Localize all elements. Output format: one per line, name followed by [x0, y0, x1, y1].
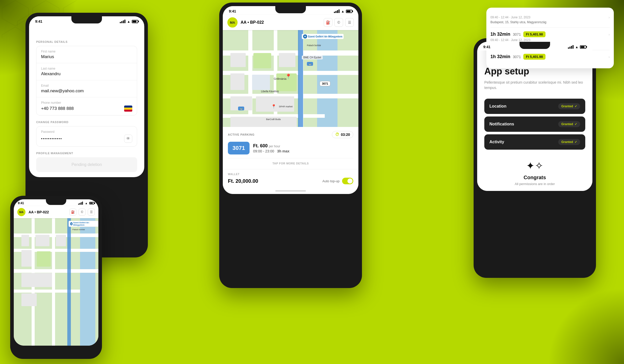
user-avatar[interactable]: MA — [227, 17, 238, 28]
map-action-buttons: ⛽ © ☰ — [324, 18, 354, 27]
fuel-icon-button[interactable]: ⛽ — [324, 18, 332, 27]
activity-name: Activity — [489, 140, 504, 144]
permissions-list: Location Granted ✓ Notifications Granted… — [484, 99, 585, 150]
phone-field[interactable]: Phone number +40 773 888 888 — [36, 97, 137, 115]
last-name-field[interactable]: Last name Alexandru — [36, 63, 137, 80]
trip-location-1: Budapest, 15, Stahly utca, Magyarország — [490, 20, 546, 24]
svg-rect-29 — [21, 235, 29, 246]
section-password-label: CHANGE PASSWORD — [36, 121, 137, 124]
password-card: Password •••••••••••• 👁 — [36, 126, 137, 147]
signal-icon-4 — [78, 202, 83, 205]
sparkle-icon: ✦✧ — [526, 160, 543, 172]
wallet-section: WALLET Ft. 20,000.00 Auto top-up — [223, 169, 358, 188]
trip-chevron-3: › — [608, 55, 610, 59]
timer-dot: ⏱ — [335, 132, 339, 137]
phone-value: +40 773 888 888 — [41, 106, 74, 111]
map-label-libella: Libella Kávéház — [261, 90, 279, 93]
charge-icon-small[interactable]: © — [79, 209, 86, 216]
trip-item-3[interactable]: 1h 32min 3071 Ft 5,401.98 › — [490, 50, 610, 64]
phone-row: +40 773 888 888 — [41, 106, 132, 112]
notifications-check-icon: ✓ — [575, 122, 577, 126]
wallet-label: WALLET — [228, 173, 353, 176]
trip-right-3: 1h 32min 3071 Ft 5,401.98 — [490, 54, 545, 60]
email-field[interactable]: Email mail.new@yahoo.com — [36, 80, 137, 97]
svg-rect-11 — [298, 30, 303, 127]
trip-zone-3: 3071 — [513, 55, 521, 59]
activity-check-icon: ✓ — [575, 140, 577, 144]
activity-permission[interactable]: Activity Granted ✓ — [484, 134, 585, 150]
battery-icon-4 — [89, 202, 94, 204]
trip-right-2: 1h 32min 3071 Ft 5,401.98 — [490, 31, 545, 37]
trip-duration-3: 1h 32min — [490, 54, 510, 59]
svg-rect-17 — [252, 75, 270, 90]
show-password-button[interactable]: 👁 — [124, 135, 132, 143]
svg-rect-8 — [248, 30, 252, 127]
gellert-label: Szent Gellért tér-Műegyetem — [308, 35, 342, 38]
location-check-icon: ✓ — [575, 105, 577, 108]
svg-rect-32 — [21, 250, 32, 267]
wifi-icon-3: ▲ — [575, 45, 578, 49]
location-permission[interactable]: Location Granted ✓ — [484, 99, 585, 114]
svg-rect-20 — [230, 117, 297, 127]
auto-topup-toggle[interactable] — [342, 178, 353, 184]
romania-flag — [124, 106, 132, 112]
email-value: mail.new@yahoo.com — [41, 88, 132, 94]
svg-rect-35 — [21, 293, 37, 306]
map-pin-2: 📍 — [271, 104, 276, 109]
password-field[interactable]: Password •••••••••••• 👁 — [36, 126, 137, 146]
map-action-buttons-small: ⛽ © ☰ — [69, 209, 95, 216]
phone-app-setup: 9:41 ▲ App setup Pellentesque sit pretiu… — [474, 38, 596, 278]
password-value: •••••••••••• — [41, 137, 62, 141]
status-time-phone3: 9:41 — [483, 45, 490, 49]
location-status: Granted — [561, 105, 573, 108]
wallet-row: Ft. 20,000.00 Auto top-up — [228, 178, 353, 184]
svg-rect-12 — [253, 53, 271, 68]
last-name-value: Alexandru — [41, 71, 132, 76]
wifi-icon-4: ▲ — [85, 202, 88, 205]
trip-header-2: 1h 32min 3071 Ft 5,401.98 › — [490, 31, 610, 37]
activity-status: Granted — [561, 140, 573, 144]
section-personal-label: PERSONAL DETAILS — [36, 40, 137, 43]
status-icons-phone3: ▲ — [568, 45, 586, 49]
svg-rect-30 — [35, 235, 49, 246]
email-label: Email — [41, 84, 132, 87]
trip-zone-2: 3071 — [513, 32, 521, 36]
notifications-permission[interactable]: Notifications Granted ✓ — [484, 116, 585, 132]
fuel-icon-small[interactable]: ⛽ — [69, 209, 76, 216]
menu-button-small[interactable]: ☰ — [88, 209, 95, 216]
parking-details: Ft. 600 per hour 09:00 - 23:00 3h max — [253, 143, 353, 153]
first-name-field[interactable]: First name Marius — [36, 46, 137, 63]
parking-banner[interactable]: ACTIVE PARKING ⏱ 03:20 3071 Ft. 600 per … — [223, 127, 358, 169]
charge-icon-button[interactable]: © — [334, 18, 343, 27]
status-time-phone1: 9:41 — [35, 19, 42, 23]
vehicle-title-small: AA • BP-022 — [29, 210, 66, 214]
parking-price: Ft. 600 — [253, 143, 268, 148]
status-time-phone4: 9:41 — [18, 201, 24, 205]
phone-notch-map — [275, 6, 306, 13]
map-label-barcraft: BarCraft Buda — [266, 118, 281, 121]
map-label-bme: BME CH Épület — [302, 56, 323, 59]
phone-map-small: 9:41 ▲ MA AA • BP-022 ⛽ © ☰ — [10, 196, 102, 359]
menu-button[interactable]: ☰ — [345, 18, 354, 27]
trip-header-3: 1h 32min 3071 Ft 5,401.98 › — [490, 54, 610, 60]
status-icons-phone2: ▲ — [334, 9, 352, 13]
map-label-palack: Palack borbár — [307, 44, 321, 47]
trip-price-3: Ft 5,401.98 — [523, 54, 545, 60]
personal-details-screen: PERSONAL DETAILS First name Marius Last … — [29, 25, 144, 177]
congrats-title: Congrats — [524, 175, 546, 180]
zone-marker: 3071 — [320, 81, 330, 86]
setup-subtitle: Pellentesque sit pretium curabitur scele… — [484, 80, 585, 90]
svg-rect-16 — [279, 53, 295, 67]
svg-rect-31 — [56, 235, 66, 246]
trip-item-1[interactable]: 09:40 - 12:44 · June 12, 2023 › Budapest… — [490, 12, 610, 28]
user-avatar-small[interactable]: MA — [17, 208, 25, 216]
map-view[interactable]: M Szent Gellért tér-Műegyetem Palack bor… — [223, 30, 358, 127]
bus-stop-2: 🚌 — [307, 62, 313, 66]
pending-deletion-button[interactable]: Pending deletion — [36, 157, 137, 172]
tap-for-details[interactable]: TAP FOR MORE DETAILS — [228, 158, 353, 165]
last-name-label: Last name — [41, 67, 132, 70]
status-icons-phone1: ▲ — [120, 20, 138, 23]
wifi-icon: ▲ — [127, 20, 130, 23]
map-view-small[interactable]: M Szent Gellért tér-Műegyetem Palack bor… — [14, 218, 98, 346]
trip-header-1: 09:40 - 12:44 · June 12, 2023 › — [490, 15, 610, 19]
